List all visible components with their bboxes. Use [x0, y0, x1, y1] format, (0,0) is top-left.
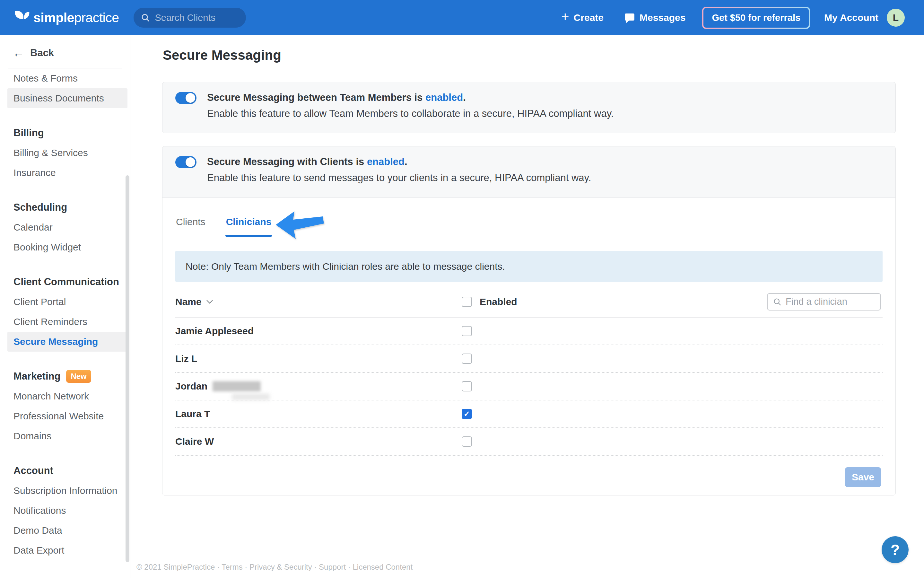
avatar[interactable]: L [887, 9, 905, 27]
sidebar-item-professional-website[interactable]: Professional Website [7, 406, 128, 426]
message-bubble-icon [624, 12, 635, 23]
top-navbar: simplepractice Search Clients + Create M… [0, 0, 924, 35]
team-toggle-prefix: Secure Messaging between Team Members is [207, 92, 425, 103]
clinician-name: Jamie Appleseed [175, 326, 254, 336]
help-button[interactable]: ? [882, 536, 909, 563]
client-enabled-link[interactable]: enabled [367, 156, 405, 167]
messages-label: Messages [640, 12, 686, 23]
client-messaging-card: Secure Messaging with Clients is enabled… [162, 146, 896, 495]
name-column-header[interactable]: Name [175, 296, 213, 307]
footer-text: © 2021 SimplePractice · Terms · Privacy … [136, 563, 413, 572]
clinician-name: Laura T [175, 408, 210, 419]
sidebar-item-monarch-network[interactable]: Monarch Network [7, 386, 128, 406]
tab-clients[interactable]: Clients [175, 212, 206, 236]
sidebar-item-billing-services[interactable]: Billing & Services [7, 143, 128, 163]
name-header-label: Name [175, 296, 202, 307]
table-header: Name Enabled Find a clinician [175, 286, 883, 318]
clinician-name: Liz L [175, 353, 197, 364]
sidebar-item-demo-data[interactable]: Demo Data [7, 521, 128, 541]
my-account-label: My Account [824, 12, 879, 23]
back-button[interactable]: ← Back [0, 35, 130, 60]
sidebar-heading-marketing: Marketing New [0, 366, 130, 386]
search-clients-input[interactable]: Search Clients [134, 8, 246, 28]
sidebar-scrollbar[interactable] [126, 175, 130, 562]
sidebar-item-data-export[interactable]: Data Export [7, 541, 128, 560]
tabs: Clients Clinicians [175, 210, 883, 236]
client-messaging-toggle[interactable] [175, 156, 196, 168]
back-label: Back [30, 47, 54, 59]
clinician-row: Claire W [175, 428, 883, 456]
row-checkbox[interactable] [462, 381, 472, 391]
team-toggle-text: Secure Messaging between Team Members is… [207, 91, 614, 121]
card-body: Clients Clinicians Note: Only Team Membe… [162, 210, 895, 487]
page-title: Secure Messaging [163, 47, 281, 63]
sidebar-item-secure-messaging[interactable]: Secure Messaging [7, 332, 128, 352]
clinician-row: Jamie Appleseed [175, 318, 883, 345]
tab-clinicians[interactable]: Clinicians [225, 212, 272, 236]
toggle-knob [186, 157, 195, 167]
sidebar-nav: Notes & Forms Business Documents Billing… [0, 68, 130, 560]
my-account-button[interactable]: My Account [824, 12, 879, 23]
sidebar-item-notes-forms[interactable]: Notes & Forms [7, 68, 128, 88]
marketing-heading-label: Marketing [13, 370, 60, 382]
question-mark-icon: ? [891, 541, 900, 559]
sidebar-item-calendar[interactable]: Calendar [7, 218, 128, 237]
search-icon [773, 297, 782, 306]
enabled-header-label: Enabled [480, 296, 517, 307]
sidebar-item-notifications[interactable]: Notifications [7, 501, 128, 521]
clinician-name-text: Jordan [175, 381, 207, 392]
messages-button[interactable]: Messages [624, 12, 686, 23]
create-label: Create [574, 12, 604, 23]
select-all-checkbox[interactable] [462, 297, 472, 307]
sidebar-item-subscription-information[interactable]: Subscription Information [7, 481, 128, 501]
sidebar-item-business-documents[interactable]: Business Documents [7, 88, 128, 108]
team-toggle-suffix: . [463, 92, 466, 103]
create-button[interactable]: + Create [561, 11, 604, 24]
team-messaging-toggle[interactable] [175, 92, 196, 104]
butterfly-icon [13, 10, 30, 25]
team-enabled-link[interactable]: enabled [425, 92, 463, 103]
sidebar-heading-scheduling: Scheduling [0, 198, 130, 218]
referral-button[interactable]: Get $50 for referrals [702, 7, 810, 29]
client-toggle-prefix: Secure Messaging with Clients is [207, 156, 367, 167]
find-clinician-placeholder: Find a clinician [786, 296, 847, 307]
toggle-knob [186, 93, 195, 103]
save-button[interactable]: Save [845, 467, 881, 487]
row-checkbox[interactable] [462, 326, 472, 336]
enabled-column-header: Enabled [462, 296, 517, 307]
plus-icon: + [561, 10, 569, 24]
clinician-name: Claire W [175, 436, 214, 447]
clinician-row: Liz L [175, 345, 883, 373]
sidebar-item-domains[interactable]: Domains [7, 426, 128, 446]
new-badge: New [66, 370, 91, 383]
logo-text: simplepractice [33, 10, 119, 25]
row-checkbox[interactable] [462, 409, 472, 419]
note-banner: Note: Only Team Members with Clinician r… [175, 251, 883, 282]
logo[interactable]: simplepractice [13, 10, 119, 25]
clinician-row: Jordan [175, 373, 883, 400]
row-checkbox[interactable] [462, 354, 472, 364]
save-row: Save [175, 467, 883, 487]
settings-sidebar: ← Back Notes & Forms Business Documents … [0, 35, 130, 578]
sidebar-item-client-reminders[interactable]: Client Reminders [7, 312, 128, 332]
sidebar-heading-billing: Billing [0, 123, 130, 143]
redacted-text [232, 394, 270, 400]
client-toggle-description: Enable this feature to send messages to … [207, 171, 591, 185]
sidebar-heading-account: Account [0, 461, 130, 481]
redacted-text [212, 381, 261, 391]
sidebar-item-booking-widget[interactable]: Booking Widget [7, 237, 128, 257]
main-content: Secure Messaging Secure Messaging betwee… [131, 35, 924, 578]
clinician-name: Jordan [175, 381, 261, 392]
search-icon [141, 13, 150, 23]
sidebar-item-client-portal[interactable]: Client Portal [7, 292, 128, 312]
find-clinician-input[interactable]: Find a clinician [767, 293, 881, 310]
chevron-down-icon [206, 300, 213, 304]
annotation-arrow-icon [276, 211, 324, 240]
referral-label: Get $50 for referrals [704, 8, 809, 28]
sidebar-item-insurance[interactable]: Insurance [7, 163, 128, 183]
clinician-row: Laura T [175, 400, 883, 428]
client-toggle-text: Secure Messaging with Clients is enabled… [207, 155, 591, 185]
client-toggle-suffix: . [405, 156, 407, 167]
client-toggle-section: Secure Messaging with Clients is enabled… [162, 146, 895, 198]
row-checkbox[interactable] [462, 437, 472, 446]
